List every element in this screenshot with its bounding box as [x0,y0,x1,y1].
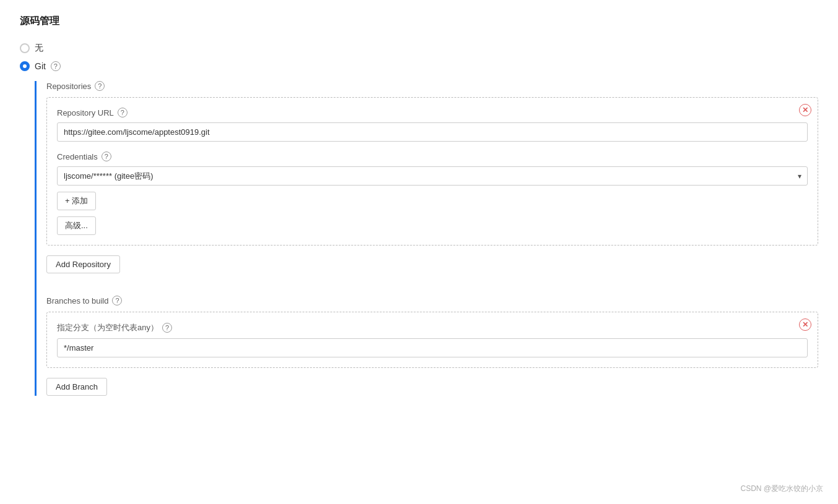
repository-box: ✕ Repository URL ? Credentials ? ljscome… [46,97,818,246]
radio-none-label: 无 [35,43,43,54]
radio-none[interactable] [20,43,30,53]
git-help-icon[interactable]: ? [51,61,61,71]
radio-git-label: Git [35,61,46,71]
add-repository-button[interactable]: Add Repository [46,255,120,273]
repo-url-field-label: Repository URL ? [57,108,808,117]
page-title: 源码管理 [20,15,818,28]
branch-box: ✕ 指定分支（为空时代表any） ? [46,312,818,368]
repositories-section-label: Repositories ? [46,81,818,91]
credentials-add-row: + 添加 [57,192,808,210]
radio-none-row: 无 [20,43,818,54]
repo-url-input[interactable] [57,122,808,142]
branch-input[interactable] [57,338,808,357]
repositories-help-icon[interactable]: ? [95,81,105,91]
add-credentials-button[interactable]: + 添加 [57,192,96,210]
branch-help-icon[interactable]: ? [162,323,172,333]
git-section: Repositories ? ✕ Repository URL ? Creden… [35,81,818,396]
add-branch-button[interactable]: Add Branch [46,378,107,396]
radio-git-row: Git ? [20,61,818,71]
repositories-label-text: Repositories [46,82,91,91]
radio-git[interactable] [20,61,30,71]
credentials-select[interactable]: ljscome/****** (gitee密码) [57,166,808,186]
branch-field-label: 指定分支（为空时代表any） ? [57,322,808,333]
repo-url-help-icon[interactable]: ? [118,108,127,117]
branches-section-label: Branches to build ? [46,296,818,305]
repo-url-label-text: Repository URL [57,108,114,117]
branch-label-text: 指定分支（为空时代表any） [57,322,158,333]
branches-help-icon[interactable]: ? [112,296,122,305]
branches-label-text: Branches to build [46,296,108,305]
page-container: 源码管理 无 Git ? Repositories ? ✕ Repository… [0,0,838,411]
advanced-button[interactable]: 高级... [57,216,96,235]
credentials-help-icon[interactable]: ? [102,152,111,161]
close-repository-button[interactable]: ✕ [799,104,811,116]
advanced-row: 高级... [57,216,808,235]
close-branch-button[interactable]: ✕ [799,318,811,331]
credentials-label-text: Credentials [57,152,98,161]
credentials-select-wrapper: ljscome/****** (gitee密码) ▾ [57,166,808,186]
credentials-field-label: Credentials ? [57,152,808,161]
